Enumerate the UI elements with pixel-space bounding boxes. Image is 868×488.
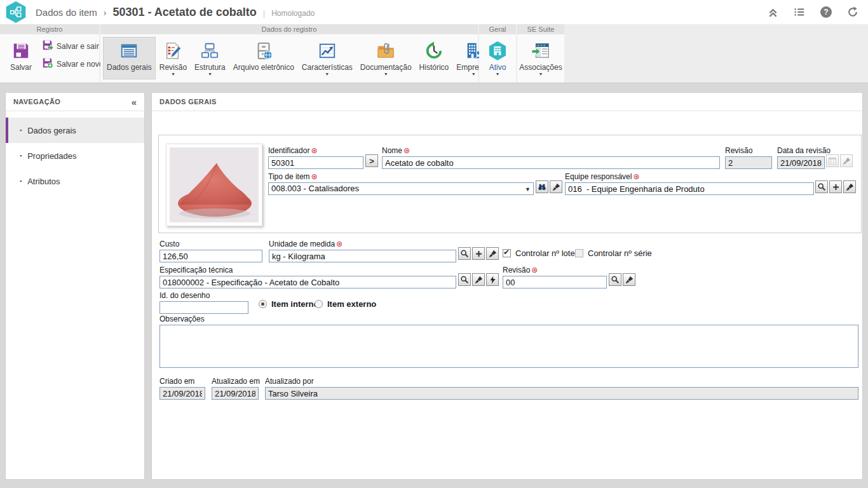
electronic-file-icon [254, 40, 273, 62]
estrutura-button[interactable]: Estrutura ▾ [191, 37, 229, 79]
dropdown-caret: ▾ [472, 72, 475, 78]
unidade-add-button[interactable] [472, 247, 485, 260]
page-title: 50301 - Acetato de cobalto [112, 6, 256, 19]
criado-em-input [159, 387, 205, 400]
unidade-clear-button[interactable] [486, 247, 499, 260]
checkbox-icon [575, 249, 583, 257]
characteristics-icon [318, 40, 337, 62]
dropdown-caret: ▾ [539, 72, 542, 78]
identificador-go-button[interactable]: > [365, 154, 378, 167]
id-desenho-label: Id. do desenho [159, 291, 248, 300]
ribbon-filler [564, 24, 868, 83]
especificacao-search-button[interactable] [458, 273, 471, 286]
controlar-lote-checkbox[interactable]: Controlar nº lote [503, 248, 575, 258]
tipo-item-search-tree-button[interactable] [536, 180, 548, 193]
observacoes-label: Observações [159, 315, 858, 323]
toolbar-group-registro: Registro Salvar [0, 24, 99, 83]
revision-icon [163, 40, 182, 62]
unidade-search-button[interactable] [458, 247, 471, 260]
revisao-espec-search-button[interactable] [609, 273, 621, 286]
especificacao-action-button[interactable] [486, 273, 499, 286]
ribbon-toolbar: Registro Salvar [0, 24, 868, 83]
atualizado-por-label: Atualizado por [265, 377, 858, 386]
history-icon [424, 40, 444, 62]
refresh-icon[interactable] [846, 6, 859, 18]
toolbar-group-dados-registro: Dados do registro Dados gerais ▾ [100, 24, 478, 83]
unidade-label: Unidade de medida [269, 240, 335, 248]
sidebar-item-dados-gerais[interactable]: ▪ Dados gerais [6, 118, 144, 143]
breadcrumb-chevron-icon: › [104, 8, 107, 18]
breadcrumb-root[interactable]: Dados do item [36, 7, 97, 18]
custo-input[interactable] [159, 250, 262, 262]
save-label: Salvar [10, 63, 32, 72]
bullet-icon: ▪ [20, 152, 22, 159]
associations-icon [531, 40, 550, 62]
toolbar-group-dados-label: Dados do registro [100, 24, 478, 34]
sidebar-collapse-icon[interactable]: « [132, 97, 137, 107]
topbar-actions: ? [766, 6, 859, 18]
equipe-search-button[interactable] [815, 180, 828, 193]
especificacao-clear-button[interactable] [472, 273, 485, 286]
save-exit-icon [42, 39, 53, 53]
dropdown-caret: ▾ [496, 72, 499, 78]
collapse-all-icon[interactable] [766, 6, 779, 18]
id-desenho-input[interactable] [159, 301, 248, 314]
help-icon[interactable]: ? [820, 6, 832, 18]
save-icon [11, 40, 31, 62]
calendar-icon [826, 154, 839, 167]
atualizado-em-label: Atualizado em [212, 377, 259, 386]
toolbar-group-geral-label: Geral [479, 24, 516, 34]
save-button[interactable]: Salvar [6, 37, 36, 74]
especificacao-input[interactable] [159, 276, 456, 288]
revisao-espec-input[interactable] [503, 276, 607, 288]
toolbar-group-registro-label: Registro [0, 24, 99, 34]
associacoes-button[interactable]: Associações ▾ [515, 37, 566, 79]
save-new-icon [42, 57, 53, 71]
tipo-item-clear-button[interactable] [550, 180, 562, 193]
tipo-item-select[interactable]: 008.003 - Catalisadores▼ [268, 182, 534, 195]
documentation-icon [376, 40, 395, 62]
toolbar-group-sesuite: SE Suite Associações ▾ [517, 24, 564, 83]
tipo-item-label: Tipo de item [268, 172, 310, 181]
documentacao-button[interactable]: Documentação ▾ [356, 37, 416, 79]
observacoes-textarea[interactable] [159, 325, 858, 368]
save-and-new-button[interactable]: Salvar e novo [42, 57, 103, 71]
status-badge: Homologado [271, 9, 315, 18]
checkbox-icon [503, 249, 511, 257]
unidade-input[interactable] [269, 250, 456, 262]
nome-input[interactable] [382, 156, 720, 169]
equipe-add-button[interactable] [829, 180, 842, 193]
dropdown-caret: ▾ [208, 72, 211, 78]
especificacao-label: Especificação técnica [159, 266, 456, 274]
controlar-serie-checkbox[interactable]: Controlar nº série [575, 248, 652, 258]
caracteristicas-button[interactable]: Características ▾ [298, 37, 356, 79]
item-photo[interactable] [166, 144, 262, 226]
equipe-input[interactable] [565, 182, 814, 195]
historico-button[interactable]: Histórico ▾ [416, 37, 453, 79]
item-interno-radio[interactable]: Item interno [259, 299, 318, 309]
title-status-divider: | [263, 8, 265, 18]
dados-gerais-button[interactable]: Dados gerais ▾ [103, 37, 156, 79]
save-and-exit-button[interactable]: Salvar e sair [42, 39, 103, 53]
sidebar-item-atributos[interactable]: ▪ Atributos [6, 168, 144, 194]
identificador-label: Identificador [268, 146, 309, 155]
required-icon: ⊛ [403, 146, 410, 155]
equipe-clear-button[interactable] [843, 180, 856, 193]
toolbar-group-geral: Geral Ativo ▾ [479, 24, 516, 83]
list-menu-icon[interactable] [793, 6, 806, 18]
ativo-button[interactable]: Ativo ▾ [484, 37, 512, 79]
save-new-label: Salvar e novo [57, 60, 103, 69]
panel-title: DADOS GERAIS [159, 98, 217, 105]
sidebar-item-propriedades[interactable]: ▪ Propriedades [6, 143, 144, 168]
revisao-espec-clear-button[interactable] [623, 273, 635, 286]
required-icon: ⊛ [531, 266, 538, 274]
criado-em-label: Criado em [159, 377, 205, 386]
identificador-input[interactable] [268, 156, 363, 169]
revisao-button[interactable]: Revisão ▾ [156, 37, 191, 79]
structure-icon [200, 40, 219, 62]
required-icon: ⊛ [311, 172, 318, 181]
sidebar-title: NAVEGAÇÃO [13, 98, 60, 105]
required-icon: ⊛ [311, 146, 317, 155]
item-externo-radio[interactable]: Item externo [315, 299, 376, 309]
arquivo-eletronico-button[interactable]: Arquivo eletrônico ▾ [229, 37, 298, 79]
